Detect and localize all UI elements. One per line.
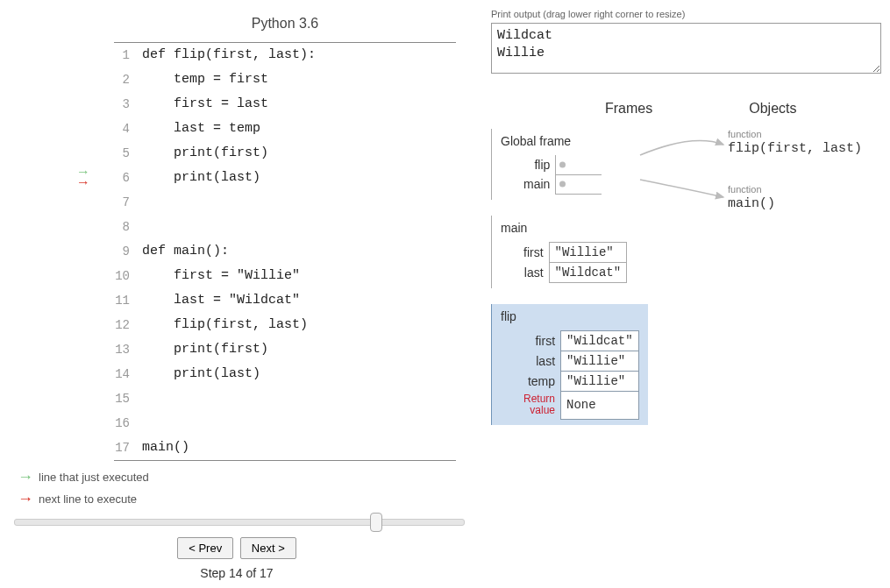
var-value: "Willie"	[561, 351, 639, 371]
gutter	[79, 190, 105, 215]
code-text: def flip(first, last):	[142, 43, 316, 67]
code-listing: 1def flip(first, last):2 temp = first3 f…	[114, 43, 456, 461]
var-row: last "Willie"	[518, 351, 638, 371]
pointer-dot-icon	[559, 161, 566, 167]
code-text: print(last)	[142, 166, 260, 190]
var-name: temp	[518, 371, 561, 391]
code-text: print(first)	[142, 141, 268, 166]
pointer-cell	[556, 155, 602, 174]
gutter: →→	[79, 166, 105, 190]
line-number: 9	[105, 239, 142, 264]
code-line: 10 first = "Willie"	[114, 264, 456, 288]
gutter	[79, 141, 105, 166]
var-name: last	[518, 351, 561, 371]
app-root: Python 3.6 1def flip(first, last):2 temp…	[9, 9, 881, 580]
var-row: flip	[518, 155, 602, 174]
code-line: 14 print(last)	[114, 362, 456, 386]
code-line: 12 flip(first, last)	[114, 313, 456, 337]
line-number: 2	[105, 67, 142, 92]
print-output-box[interactable]	[491, 23, 881, 74]
code-line: 3 first = last	[114, 92, 456, 117]
code-line: 8	[114, 215, 456, 239]
var-row: last "Wildcat"	[518, 262, 627, 282]
step-indicator: Step 14 of 17	[9, 566, 465, 580]
var-row: temp "Willie"	[518, 371, 638, 391]
step-slider[interactable]	[14, 519, 465, 526]
line-number: 8	[105, 215, 142, 239]
var-row: first "Willie"	[518, 242, 627, 262]
code-text: last = "Wildcat"	[142, 288, 300, 313]
line-number: 1	[105, 43, 142, 67]
code-line: 17main()	[114, 436, 456, 460]
legend-next-arrow-icon: →	[18, 490, 33, 508]
code-text: temp = first	[142, 67, 268, 92]
code-line: 7	[114, 190, 456, 215]
line-number: 3	[105, 92, 142, 117]
code-text: print(first)	[142, 337, 268, 362]
gutter	[79, 117, 105, 141]
gutter	[79, 313, 105, 337]
code-line: 11 last = "Wildcat"	[114, 288, 456, 313]
gutter	[79, 92, 105, 117]
var-row: main	[518, 174, 602, 194]
object-function: function flip(first, last)	[728, 129, 862, 156]
gutter	[79, 67, 105, 92]
return-value: None	[561, 391, 639, 419]
objects-header: Objects	[749, 101, 796, 117]
code-line: 4 last = temp	[114, 117, 456, 141]
code-line: 13 print(first)	[114, 337, 456, 362]
next-line-arrow-icon: →	[79, 178, 88, 188]
code-text: def main():	[142, 239, 229, 264]
legend-next-text: next line to execute	[39, 492, 137, 506]
line-number: 15	[105, 386, 142, 411]
code-line: 15	[114, 386, 456, 411]
viz-headers: Frames Objects	[491, 101, 881, 117]
code-line: 9def main():	[114, 239, 456, 264]
pointer-cell	[556, 174, 602, 194]
gutter	[79, 386, 105, 411]
var-name: last	[518, 262, 549, 282]
var-value: "Willie"	[549, 242, 627, 262]
language-title: Python 3.6	[114, 9, 456, 43]
line-number: 7	[105, 190, 142, 215]
line-number: 16	[105, 411, 142, 436]
frames-header: Frames	[605, 101, 652, 117]
frame-global: Global frame flip main	[491, 129, 719, 200]
prev-button[interactable]: < Prev	[177, 537, 233, 559]
frame-flip: flip first "Wildcat" last "Willie" temp	[491, 304, 648, 425]
var-name: main	[518, 174, 556, 194]
object-repr: main()	[728, 196, 862, 211]
var-row: first "Wildcat"	[518, 330, 638, 351]
var-name: first	[518, 330, 561, 351]
object-type-label: function	[728, 129, 862, 139]
gutter	[79, 362, 105, 386]
frames-column: Global frame flip main main	[491, 129, 719, 441]
viz-pane: Print output (drag lower right corner to…	[491, 9, 881, 580]
code-text: first = last	[142, 92, 268, 117]
object-type-label: function	[728, 184, 862, 195]
frame-global-title: Global frame	[501, 134, 719, 148]
next-button[interactable]: Next >	[240, 537, 296, 559]
legend-prev-arrow-icon: →	[18, 468, 33, 486]
gutter	[79, 288, 105, 313]
frame-flip-title: flip	[501, 309, 639, 323]
var-name: flip	[518, 155, 556, 174]
gutter	[79, 337, 105, 362]
line-number: 6	[105, 166, 142, 190]
code-text: print(last)	[142, 362, 260, 386]
legend: → line that just executed → next line to…	[18, 468, 465, 508]
code-text: main()	[142, 436, 189, 460]
gutter	[79, 264, 105, 288]
line-number: 5	[105, 141, 142, 166]
return-row: Returnvalue None	[518, 391, 638, 419]
code-line: 5 print(first)	[114, 141, 456, 166]
code-line: →→6 print(last)	[114, 166, 456, 190]
step-controls: < Prev Next >	[9, 537, 465, 559]
var-value: "Wildcat"	[549, 262, 627, 282]
gutter	[79, 215, 105, 239]
line-number: 14	[105, 362, 142, 386]
var-value: "Wildcat"	[561, 330, 639, 351]
objects-column: function flip(first, last) function main…	[719, 129, 862, 441]
line-number: 10	[105, 264, 142, 288]
return-label: Returnvalue	[518, 391, 561, 419]
